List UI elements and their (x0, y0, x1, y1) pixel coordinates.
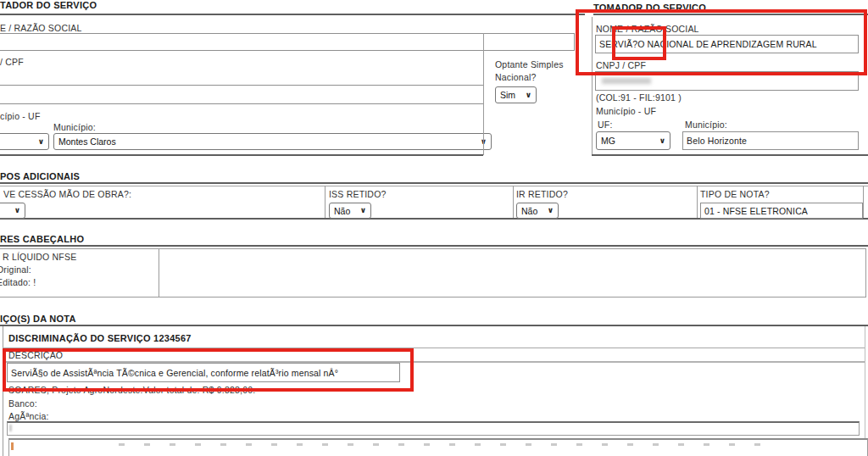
optante-simples-label-line2: Nacional? (495, 72, 537, 82)
prestador-municipio-select[interactable]: Montes Claros ∨ (53, 133, 492, 150)
prestador-section-divider (0, 14, 585, 15)
nfse-form-page: TADOR DO SERVIÇO E / RAZÃO SOCIAL / CPF … (0, 0, 868, 456)
chevron-down-icon: ∨ (548, 207, 554, 214)
tomador-municipio-input[interactable]: Belo Horizonte (682, 131, 859, 150)
cursor-mark (9, 425, 12, 431)
valor-liquido-nfse-label: R LÍQUIDO NFSE (3, 252, 76, 262)
prestador-razao-social-label: E / RAZÃO SOCIAL (0, 23, 82, 33)
prestador-razao-social-input[interactable] (0, 33, 575, 51)
tomador-uf-select[interactable]: MG ∨ (596, 131, 670, 150)
servicos-panel-right-border (865, 326, 865, 456)
prestador-uf-select[interactable]: ∨ (0, 133, 49, 150)
ir-retido-select[interactable]: Não ∨ (516, 203, 559, 219)
adicionais-section-divider (0, 182, 868, 184)
prestador-cnpj-cpf-input[interactable] (0, 85, 484, 104)
valor-original-label: Original: (0, 264, 31, 275)
ir-retido-value: Não (521, 206, 537, 216)
banco-label: Banco: (8, 398, 37, 409)
prestador-section-title: TADOR DO SERVIÇO (0, 0, 97, 10)
valor-editado-label: Editado: ! (0, 277, 36, 287)
redacted-text-row (119, 443, 771, 446)
tipo-de-nota-select[interactable]: 01 - NFSE ELETRONICA (700, 203, 863, 219)
adicionais-cell-divider (697, 186, 698, 219)
iss-retido-select[interactable]: Não ∨ (329, 203, 371, 219)
prestador-municipio-label: Município: (53, 122, 96, 132)
tomador-municipio-label: Município: (685, 120, 727, 130)
optante-simples-select[interactable]: Sim ∨ (495, 86, 537, 103)
servicos-section-divider (0, 325, 868, 326)
tomador-uf-label: UF: (598, 120, 613, 130)
redacted-orange-mark (11, 442, 14, 450)
cessao-mao-de-obra-label: VE CESSÃO MÃO DE OBRA?: (3, 189, 131, 199)
chevron-down-icon: ∨ (360, 207, 366, 214)
optante-simples-label-line1: Optante Simples (495, 59, 564, 70)
cabecalho-section-divider (0, 245, 868, 247)
cessao-mao-de-obra-select[interactable]: ∨ (0, 203, 25, 219)
adicionais-table-top-border (0, 186, 868, 186)
left-panel-right-border (483, 33, 484, 155)
servicos-section-title: IÇO(S) DA NOTA (0, 314, 76, 324)
adicionais-cell-divider (513, 186, 514, 219)
tomador-uf-value: MG (601, 136, 615, 146)
tomador-municipio-uf-label: Município - UF (596, 106, 656, 116)
discriminacao-title: DISCRIMINAÇÃO DO SERVIÇO 1234567 (8, 333, 192, 343)
iss-retido-label: ISS RETIDO? (329, 189, 387, 199)
chevron-down-icon: ∨ (14, 207, 20, 214)
prestador-cpf-label: / CPF (0, 57, 24, 67)
optante-simples-value: Sim (500, 90, 515, 100)
redacted-cnpj-smudge (602, 78, 651, 84)
servicos-extra-input[interactable] (7, 421, 860, 436)
agencia-label: AgÃªncia: (8, 411, 49, 421)
highlight-box-mojibake-char (612, 26, 666, 60)
tipo-de-nota-label: TIPO DE NOTA? (700, 189, 770, 199)
tomador-panel-bottom-border (592, 154, 868, 156)
cabecalho-section-title: RES CABEÇALHO (0, 234, 84, 244)
prestador-municipio-value: Montes Claros (58, 136, 116, 147)
cabecalho-cell-divider (159, 248, 159, 298)
adicionais-cell-divider (325, 186, 326, 219)
cabecalho-table (0, 248, 866, 298)
chevron-down-icon: ∨ (659, 137, 665, 145)
adicionais-section-title: POS ADICIONAIS (0, 171, 80, 181)
chevron-down-icon: ∨ (526, 92, 531, 99)
servicos-observacoes-box[interactable] (8, 438, 868, 456)
highlight-box-descricao (3, 348, 414, 392)
iss-retido-value: Não (334, 206, 350, 216)
left-panel-bottom-border (0, 154, 483, 156)
adicionais-table-right-border (863, 186, 864, 219)
ir-retido-label: IR RETIDO? (516, 189, 568, 199)
tomador-col-fil-text: (COL:91 - FIL:9101 ) (596, 92, 682, 103)
chevron-down-icon: ∨ (38, 138, 44, 146)
prestador-municipio-uf-label: cípio - UF (0, 111, 41, 121)
